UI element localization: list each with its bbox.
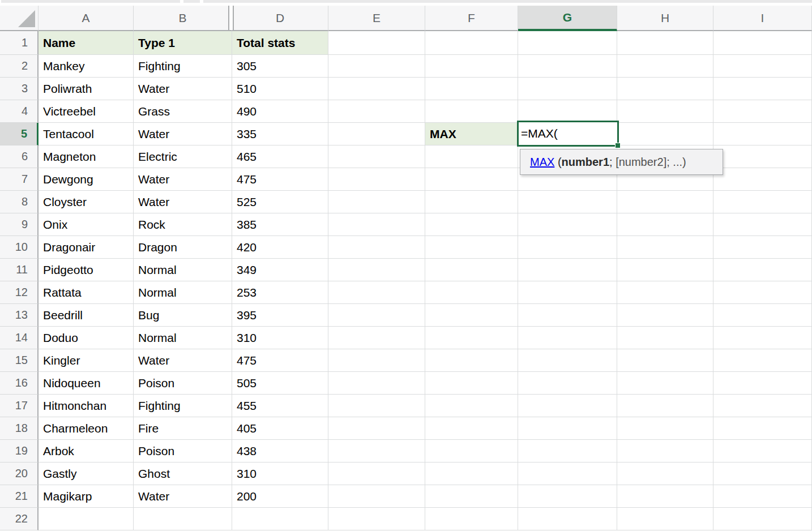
cell-B17[interactable]: Fighting [134, 395, 232, 417]
cell-A12[interactable]: Rattata [39, 281, 134, 304]
row-header-13[interactable]: 13 [0, 304, 39, 327]
cell-I14[interactable] [713, 327, 812, 349]
cell-A14[interactable]: Doduo [39, 327, 134, 349]
cell-B2[interactable]: Fighting [134, 55, 232, 78]
cell-A11[interactable]: Pidgeotto [39, 259, 134, 281]
select-all-button[interactable] [0, 6, 39, 31]
column-header-G[interactable]: G [518, 6, 617, 31]
cell-D19[interactable]: 438 [232, 440, 328, 463]
cell-G8[interactable] [518, 191, 617, 213]
cell-A6[interactable]: Magneton [39, 145, 134, 168]
cell-A9[interactable]: Onix [39, 213, 134, 236]
cell-B10[interactable]: Dragon [134, 236, 232, 259]
cell-I19[interactable] [713, 440, 812, 463]
cell-F4[interactable] [425, 100, 518, 123]
cell-E9[interactable] [328, 213, 425, 236]
cell-H2[interactable] [617, 55, 713, 78]
cell-I9[interactable] [713, 213, 812, 236]
cell-H3[interactable] [617, 78, 713, 100]
cell-I17[interactable] [713, 395, 812, 417]
row-header-1[interactable]: 1 [0, 31, 39, 55]
cell-B14[interactable]: Normal [134, 327, 232, 349]
cell-I13[interactable] [713, 304, 812, 327]
cell-D9[interactable]: 385 [232, 213, 328, 236]
cell-E1[interactable] [328, 31, 425, 55]
cell-B11[interactable]: Normal [134, 259, 232, 281]
cell-F13[interactable] [425, 304, 518, 327]
formula-bar-name-box-edge[interactable] [1, 0, 180, 3]
cell-E4[interactable] [328, 100, 425, 123]
cell-F2[interactable] [425, 55, 518, 78]
cell-A13[interactable]: Beedrill [39, 304, 134, 327]
cell-F5[interactable]: MAX [425, 123, 518, 145]
column-header-F[interactable]: F [425, 6, 518, 31]
column-header-I[interactable]: I [713, 6, 812, 31]
cell-G20[interactable] [518, 463, 617, 485]
cell-B18[interactable]: Fire [134, 417, 232, 440]
cell-I16[interactable] [713, 372, 812, 395]
cell-E5[interactable] [328, 123, 425, 145]
row-header-5[interactable]: 5 [0, 123, 39, 145]
cell-G2[interactable] [518, 55, 617, 78]
cell-B19[interactable]: Poison [134, 440, 232, 463]
cell-F22[interactable] [425, 508, 518, 530]
cell-A20[interactable]: Gastly [39, 463, 134, 485]
cell-E16[interactable] [328, 372, 425, 395]
cell-H15[interactable] [617, 349, 713, 372]
cell-A4[interactable]: Victreebel [39, 100, 134, 123]
cell-E8[interactable] [328, 191, 425, 213]
cell-B21[interactable]: Water [134, 485, 232, 508]
row-header-20[interactable]: 20 [0, 463, 39, 485]
column-header-A[interactable]: A [39, 6, 134, 31]
cell-G17[interactable] [518, 395, 617, 417]
cell-E18[interactable] [328, 417, 425, 440]
cell-G4[interactable] [518, 100, 617, 123]
cell-A17[interactable]: Hitmonchan [39, 395, 134, 417]
cell-F11[interactable] [425, 259, 518, 281]
cell-D8[interactable]: 525 [232, 191, 328, 213]
cell-G18[interactable] [518, 417, 617, 440]
cell-A16[interactable]: Nidoqueen [39, 372, 134, 395]
cell-I15[interactable] [713, 349, 812, 372]
cell-D12[interactable]: 253 [232, 281, 328, 304]
row-header-10[interactable]: 10 [0, 236, 39, 259]
row-header-16[interactable]: 16 [0, 372, 39, 395]
cell-F18[interactable] [425, 417, 518, 440]
cell-H12[interactable] [617, 281, 713, 304]
cell-H13[interactable] [617, 304, 713, 327]
cell-H8[interactable] [617, 191, 713, 213]
cell-D14[interactable]: 310 [232, 327, 328, 349]
cell-F17[interactable] [425, 395, 518, 417]
cell-F9[interactable] [425, 213, 518, 236]
cell-B9[interactable]: Rock [134, 213, 232, 236]
cell-G1[interactable] [518, 31, 617, 55]
cell-F1[interactable] [425, 31, 518, 55]
cell-I8[interactable] [713, 191, 812, 213]
cell-B6[interactable]: Electric [134, 145, 232, 168]
cell-I4[interactable] [713, 100, 812, 123]
cell-H14[interactable] [617, 327, 713, 349]
cell-E7[interactable] [328, 168, 425, 191]
row-header-15[interactable]: 15 [0, 349, 39, 372]
cell-I6[interactable] [713, 145, 812, 168]
cell-A8[interactable]: Cloyster [39, 191, 134, 213]
cell-E3[interactable] [328, 78, 425, 100]
cell-I21[interactable] [713, 485, 812, 508]
cell-E14[interactable] [328, 327, 425, 349]
cell-F21[interactable] [425, 485, 518, 508]
cell-E21[interactable] [328, 485, 425, 508]
active-cell-editor-G5[interactable]: =MAX( [517, 121, 619, 147]
cell-B22[interactable] [134, 508, 232, 530]
cell-B4[interactable]: Grass [134, 100, 232, 123]
cell-B15[interactable]: Water [134, 349, 232, 372]
cell-D13[interactable]: 395 [232, 304, 328, 327]
cell-D20[interactable]: 310 [232, 463, 328, 485]
cell-I5[interactable] [713, 123, 812, 145]
fill-handle[interactable] [616, 143, 620, 148]
cell-H10[interactable] [617, 236, 713, 259]
cell-H21[interactable] [617, 485, 713, 508]
cell-A15[interactable]: Kingler [39, 349, 134, 372]
cell-H5[interactable] [617, 123, 713, 145]
cell-B3[interactable]: Water [134, 78, 232, 100]
column-header-B[interactable]: B [134, 6, 232, 31]
